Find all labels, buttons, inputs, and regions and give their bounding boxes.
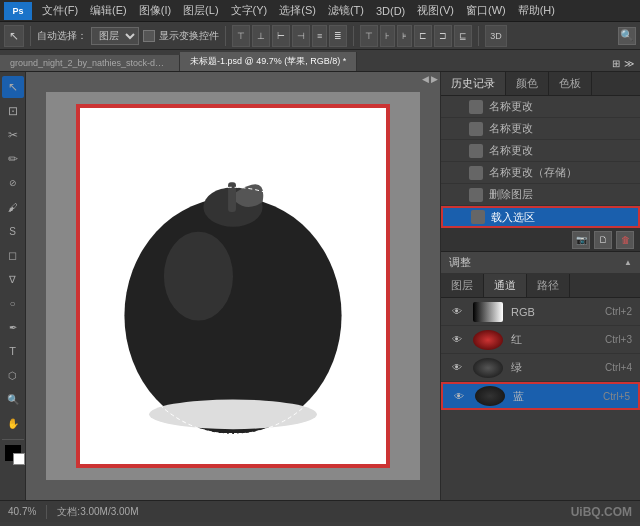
- toolbar-sep2: [225, 26, 226, 46]
- dist-bottom[interactable]: ⊧: [397, 25, 412, 47]
- history-item-1[interactable]: 名称更改: [441, 96, 640, 118]
- tool-gradient[interactable]: ∇: [2, 268, 24, 290]
- tool-brush[interactable]: 🖌: [2, 196, 24, 218]
- tool-zoom[interactable]: 🔍: [2, 388, 24, 410]
- align-right[interactable]: ≣: [329, 25, 347, 47]
- create-snapshot-btn[interactable]: 📷: [572, 231, 590, 249]
- history-item-6[interactable]: 载入选区: [441, 206, 640, 228]
- tool-lasso[interactable]: ⊡: [2, 100, 24, 122]
- tab-file2[interactable]: 未标题-1.psd @ 49.7% (苹果, RGB/8) *: [180, 52, 357, 71]
- tool-crop[interactable]: ✂: [2, 124, 24, 146]
- history-item-2[interactable]: 名称更改: [441, 118, 640, 140]
- canvas-right-arrow[interactable]: ▶: [431, 74, 438, 84]
- history-icon-5: [469, 188, 483, 202]
- canvas-area: ◀ ▶: [26, 72, 440, 500]
- svg-point-4: [164, 232, 233, 321]
- align-hcenter[interactable]: ≡: [312, 25, 327, 47]
- menu-3d[interactable]: 3D(D): [370, 3, 411, 19]
- bg-color[interactable]: [13, 453, 25, 465]
- svg-point-5: [149, 400, 317, 430]
- dist-hcenter[interactable]: ⊐: [434, 25, 452, 47]
- tab-channels[interactable]: 通道: [484, 274, 527, 297]
- tool-patch[interactable]: ⊘: [2, 172, 24, 194]
- tool-pen[interactable]: ✒: [2, 316, 24, 338]
- tool-eyedropper[interactable]: ✏: [2, 148, 24, 170]
- toolbar-move-tool[interactable]: ↖: [4, 25, 24, 47]
- dist-vcenter[interactable]: ⊦: [380, 25, 395, 47]
- status-bar: 40.7% 文档:3.00M/3.00M UiBQ.COM: [0, 500, 640, 522]
- channel-icon-red: [473, 330, 503, 350]
- main-container: ground_night_2_by_nathies_stock-d4gy0ih.…: [0, 50, 640, 500]
- adjustments-title[interactable]: 调整 ▲: [441, 252, 640, 274]
- toolbar-sep4: [478, 26, 479, 46]
- channel-green[interactable]: 👁 绿 Ctrl+4: [441, 354, 640, 382]
- tool-separator: [2, 439, 24, 440]
- menu-file[interactable]: 文件(F): [36, 1, 84, 20]
- tool-hand[interactable]: ✋: [2, 412, 24, 434]
- panel-arrange-icons: ⊞ ≫: [610, 56, 640, 71]
- align-top[interactable]: ⊤: [232, 25, 250, 47]
- search-icon[interactable]: 🔍: [618, 27, 636, 45]
- menu-select[interactable]: 选择(S): [273, 1, 322, 20]
- show-transform-checkbox[interactable]: [143, 30, 155, 42]
- expand-icon[interactable]: ≫: [622, 56, 636, 71]
- svg-point-1: [124, 197, 341, 434]
- svg-rect-3: [228, 182, 236, 212]
- menu-bar: Ps 文件(F) 编辑(E) 图像(I) 图层(L) 文字(Y) 选择(S) 滤…: [0, 0, 640, 22]
- arrange-icon[interactable]: ⊞: [610, 56, 622, 71]
- history-item-5[interactable]: 删除图层: [441, 184, 640, 206]
- canvas-left-arrow[interactable]: ◀: [422, 74, 429, 84]
- delete-btn[interactable]: 🗑: [616, 231, 634, 249]
- status-sep: [46, 505, 47, 519]
- tab-color[interactable]: 颜色: [506, 72, 549, 95]
- image-container: [78, 106, 388, 466]
- history-item-4[interactable]: 名称更改（存储）: [441, 162, 640, 184]
- history-section: 历史记录 颜色 色板 名称更改 名称更改 名称更改: [441, 72, 640, 252]
- menu-filter[interactable]: 滤镜(T): [322, 1, 370, 20]
- channel-rgb[interactable]: 👁 RGB Ctrl+2: [441, 298, 640, 326]
- menu-edit[interactable]: 编辑(E): [84, 1, 133, 20]
- channel-icon-blue: [475, 386, 505, 406]
- tool-move[interactable]: ↖: [2, 76, 24, 98]
- history-icon-1: [469, 100, 483, 114]
- 3d-mode-btn[interactable]: 3D: [485, 25, 507, 47]
- tool-dodge[interactable]: ○: [2, 292, 24, 314]
- tab-file1[interactable]: ground_night_2_by_nathies_stock-d4gy0ih.…: [0, 55, 180, 71]
- tool-shape[interactable]: ⬡: [2, 364, 24, 386]
- eye-blue[interactable]: 👁: [451, 388, 467, 404]
- menu-image[interactable]: 图像(I): [133, 1, 177, 20]
- tab-layers[interactable]: 图层: [441, 274, 484, 297]
- tab-history[interactable]: 历史记录: [441, 72, 506, 95]
- dist-left[interactable]: ⊏: [414, 25, 432, 47]
- menu-layer[interactable]: 图层(L): [177, 1, 224, 20]
- toolbar-sep3: [353, 26, 354, 46]
- menu-window[interactable]: 窗口(W): [460, 1, 512, 20]
- channel-icon-rgb: [473, 302, 503, 322]
- tool-text[interactable]: T: [2, 340, 24, 362]
- dist-top[interactable]: ⊤: [360, 25, 378, 47]
- menu-view[interactable]: 视图(V): [411, 1, 460, 20]
- new-document-btn[interactable]: 🗋: [594, 231, 612, 249]
- eye-green[interactable]: 👁: [449, 360, 465, 376]
- align-left[interactable]: ⊣: [292, 25, 310, 47]
- history-icon-2: [469, 122, 483, 136]
- history-item-3[interactable]: 名称更改: [441, 140, 640, 162]
- tool-eraser[interactable]: ◻: [2, 244, 24, 266]
- dist-right[interactable]: ⊑: [454, 25, 472, 47]
- menu-help[interactable]: 帮助(H): [512, 1, 561, 20]
- align-vcenter[interactable]: ⊥: [252, 25, 270, 47]
- ps-logo: Ps: [4, 2, 32, 20]
- align-bottom[interactable]: ⊢: [272, 25, 290, 47]
- tab-paths[interactable]: 路径: [527, 274, 570, 297]
- eye-rgb[interactable]: 👁: [449, 304, 465, 320]
- channel-blue[interactable]: 👁 蓝 Ctrl+5: [441, 382, 640, 410]
- channel-red[interactable]: 👁 红 Ctrl+3: [441, 326, 640, 354]
- eye-red[interactable]: 👁: [449, 332, 465, 348]
- tab-swatches[interactable]: 色板: [549, 72, 592, 95]
- fg-color[interactable]: [5, 445, 21, 461]
- history-icon-6: [471, 210, 485, 224]
- tool-clone[interactable]: S: [2, 220, 24, 242]
- menu-text[interactable]: 文字(Y): [225, 1, 274, 20]
- auto-select-dropdown[interactable]: 图层 组: [91, 27, 139, 45]
- show-transform-label: 显示变换控件: [159, 29, 219, 43]
